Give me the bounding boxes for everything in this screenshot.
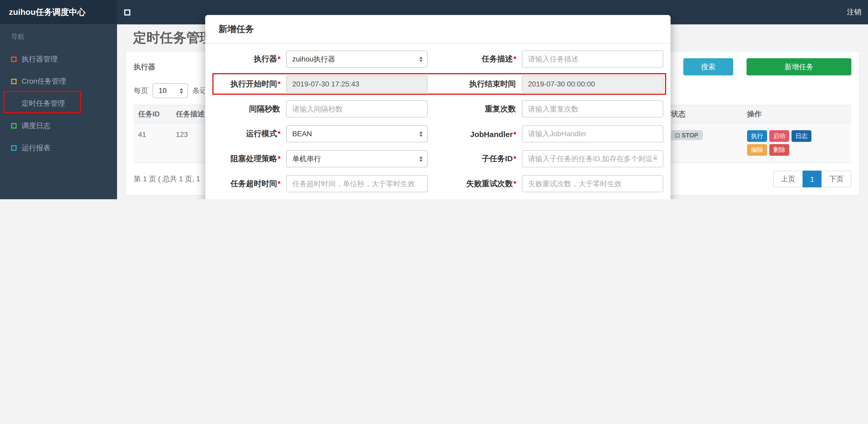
per-page-select[interactable]: 10 <box>153 83 188 98</box>
status-text: STOP <box>682 132 698 138</box>
log-button[interactable]: 日志 <box>792 130 811 142</box>
interval-label: 间隔秒数 <box>213 104 286 114</box>
start-button[interactable]: 启动 <box>769 130 789 142</box>
add-job-modal: 新增任务 执行器* zuihou执行器 任务描述* 执行开始时间* <box>205 15 671 199</box>
start-time-control <box>286 75 428 93</box>
child-job-id-input[interactable] <box>522 150 663 167</box>
pagination-summary: 第 1 页 ( 总共 1 页, 1 <box>134 174 200 184</box>
add-job-button[interactable]: 新增任务 <box>747 58 851 75</box>
col-header-job-id: 任务ID <box>134 105 172 123</box>
square-outline-icon <box>11 101 17 106</box>
brand-logo: zuihou任务调度中心 <box>0 0 117 25</box>
select-stepper-icon <box>180 88 183 93</box>
interval-control <box>286 100 428 118</box>
child-job-id-control <box>522 150 663 167</box>
interval-input[interactable] <box>286 100 428 118</box>
sidebar-item-label: Cron任务管理 <box>22 76 66 87</box>
job-desc-label: 任务描述* <box>428 54 522 64</box>
edit-button[interactable]: 编辑 <box>747 144 767 156</box>
start-time-label: 执行开始时间* <box>213 79 286 89</box>
sidebar-item-cron-jobs[interactable]: Cron任务管理 <box>0 70 117 93</box>
col-header-status: 状态 <box>667 105 743 123</box>
action-buttons: 执行 启动 日志 编辑 删除 <box>747 130 813 156</box>
col-header-actions: 操作 <box>743 105 851 123</box>
sidebar-nav-label: 导航 <box>0 25 117 48</box>
sidebar-item-run-report[interactable]: 运行报表 <box>0 137 117 159</box>
job-desc-input[interactable] <box>522 51 663 68</box>
form-row-interval-repeat: 间隔秒数 重复次数 <box>213 100 663 118</box>
sidebar-item-timed-jobs[interactable]: 定时任务管理 <box>0 93 117 115</box>
block-strategy-label: 阻塞处理策略* <box>213 154 286 164</box>
job-handler-label: JobHandler* <box>428 129 522 138</box>
prev-page-button[interactable]: 上页 <box>773 171 803 187</box>
square-outline-icon <box>11 57 17 62</box>
repeat-count-input[interactable] <box>522 100 663 118</box>
run-mode-select[interactable]: BEAN <box>286 125 428 142</box>
form-row-mode-handler: 运行模式* BEAN JobHandler* <box>213 125 663 142</box>
job-desc-control <box>522 51 663 68</box>
form-row-timeout-retry: 任务超时时间* 失败重试次数* <box>213 175 663 192</box>
logout-link[interactable]: 注销 <box>847 7 861 17</box>
per-page-value: 10 <box>159 87 167 95</box>
page-title: 定时任务管理 <box>133 29 213 46</box>
run-mode-control: BEAN <box>286 125 428 142</box>
status-badge: STOP <box>671 130 703 140</box>
block-strategy-control: 单机串行 <box>286 150 428 167</box>
select-stepper-icon <box>420 156 423 161</box>
form-row-executor-desc: 执行器* zuihou执行器 任务描述* <box>213 51 663 68</box>
modal-body: 执行器* zuihou执行器 任务描述* 执行开始时间* <box>205 44 671 199</box>
required-mark: * <box>278 154 281 163</box>
select-stepper-icon <box>420 131 423 136</box>
form-row-block-child: 阻塞处理策略* 单机串行 子任务ID* <box>213 150 663 167</box>
run-button[interactable]: 执行 <box>747 130 767 142</box>
required-mark: * <box>513 129 516 138</box>
required-mark: * <box>278 129 281 138</box>
executor-filter-label: 执行器 <box>134 62 155 72</box>
retry-count-input[interactable] <box>522 175 663 192</box>
repeat-count-label: 重复次数 <box>428 104 522 114</box>
required-mark: * <box>513 179 516 188</box>
executor-select-value: zuihou执行器 <box>292 54 335 64</box>
run-mode-select-value: BEAN <box>292 130 312 138</box>
job-handler-control <box>522 125 663 142</box>
square-outline-icon <box>11 123 17 128</box>
executor-label: 执行器* <box>213 54 286 64</box>
sidebar-item-executor-manage[interactable]: 执行器管理 <box>0 48 117 70</box>
page-1-button[interactable]: 1 <box>802 171 822 187</box>
sidebar: 导航 执行器管理 Cron任务管理 定时任务管理 调度日志 运行报表 <box>0 25 117 199</box>
required-mark: * <box>278 54 281 63</box>
modal-header: 新增任务 <box>205 15 671 44</box>
sidebar-item-schedule-logs[interactable]: 调度日志 <box>0 115 117 137</box>
run-mode-label: 运行模式* <box>213 129 286 139</box>
sidebar-item-label: 调度日志 <box>22 121 51 131</box>
select-stepper-icon <box>420 56 423 62</box>
required-mark: * <box>278 79 281 88</box>
required-mark: * <box>278 179 281 188</box>
retry-count-label: 失败重试次数* <box>428 179 522 189</box>
block-strategy-select[interactable]: 单机串行 <box>286 150 428 167</box>
end-time-label: 执行结束时间 <box>428 79 522 89</box>
search-button[interactable]: 搜索 <box>683 58 733 75</box>
sidebar-toggle-icon[interactable] <box>124 9 130 15</box>
retry-count-control <box>522 175 663 192</box>
square-outline-icon <box>11 79 17 84</box>
repeat-count-control <box>522 100 663 118</box>
block-strategy-select-value: 单机串行 <box>292 154 321 164</box>
timeout-input[interactable] <box>286 175 428 192</box>
app-root: zuihou任务调度中心 注销 导航 执行器管理 Cron任务管理 定时任务管理… <box>0 0 868 199</box>
required-mark: * <box>513 154 516 163</box>
start-time-input[interactable] <box>286 75 428 93</box>
end-time-control <box>522 75 663 93</box>
delete-button[interactable]: 删除 <box>769 144 789 156</box>
next-page-button[interactable]: 下页 <box>822 171 851 187</box>
executor-control: zuihou执行器 <box>286 51 428 68</box>
job-handler-input[interactable] <box>522 125 663 142</box>
timeout-label: 任务超时时间* <box>213 179 286 189</box>
form-row-times: 执行开始时间* 执行结束时间 <box>213 75 663 93</box>
executor-select[interactable]: zuihou执行器 <box>286 51 428 68</box>
stop-square-icon <box>676 133 680 137</box>
modal-title: 新增任务 <box>218 24 657 35</box>
cell-job-id: 41 <box>134 124 172 162</box>
square-outline-icon <box>11 145 17 151</box>
end-time-input[interactable] <box>522 75 663 93</box>
